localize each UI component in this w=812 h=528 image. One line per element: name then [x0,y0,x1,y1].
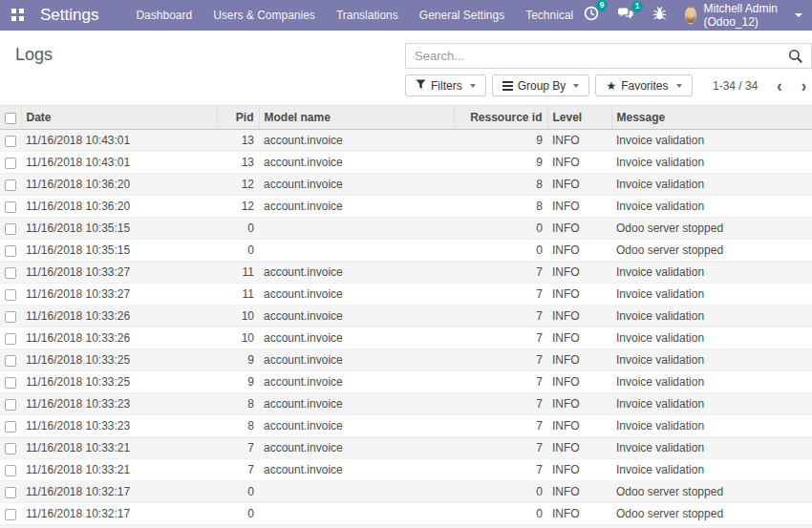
cell-model-name: account.invoice [259,196,454,218]
column-header-message[interactable]: Message [611,106,812,130]
row-checkbox[interactable] [5,333,16,345]
table-row[interactable]: 11/16/2018 10:33:217account.invoice7INFO… [0,459,812,481]
filters-button[interactable]: Filters [405,74,486,96]
column-header-ressource-id[interactable]: Ressource id [454,106,547,130]
table-row[interactable]: 11/16/2018 10:33:238account.invoice7INFO… [0,415,812,437]
column-header-pid[interactable]: Pid [217,106,259,130]
column-header-date[interactable]: Date [21,106,217,130]
table-row[interactable]: 11/16/2018 10:35:1500INFOOdoo server sto… [0,240,812,262]
menu-item-technical[interactable]: Technical [515,0,584,31]
cell-level: INFO [547,525,611,528]
cell-model-name: account.invoice [259,371,454,393]
cell-date: 11/16/2018 10:33:23 [21,415,217,437]
cell-date: 11/16/2018 10:33:23 [21,393,217,415]
cell-level: INFO [547,218,611,240]
menu-item-users-companies[interactable]: Users & Companies [203,0,326,31]
select-all-checkbox[interactable] [5,113,16,124]
table-row[interactable]: 11/16/2018 10:33:2711account.invoice7INF… [0,284,812,306]
table-row[interactable]: 11/16/2018 10:43:0113account.invoice9INF… [0,130,812,152]
table-row[interactable]: 11/16/2018 10:33:2711account.invoice7INF… [0,262,812,284]
cell-message: Invoice validation [611,371,812,393]
table-row[interactable]: 11/16/2018 10:43:0113account.invoice9INF… [0,152,812,174]
app-title[interactable]: Settings [40,6,98,25]
table-row[interactable]: 11/16/2018 10:33:217account.invoice7INFO… [0,437,812,459]
row-checkbox[interactable] [5,245,16,257]
cell-message: Invoice validation [611,525,812,528]
cell-level: INFO [547,415,611,437]
cell-date: 11/16/2018 10:43:01 [21,130,217,152]
row-checkbox[interactable] [5,509,16,520]
main-menu: Dashboard Users & Companies Translations… [125,0,584,31]
cell-pid: 0 [217,481,259,503]
table-row[interactable]: 11/16/2018 10:36:2012account.invoice8INF… [0,196,812,218]
cell-pid: 8 [217,393,259,415]
table-row[interactable]: 11/16/2018 10:32:1700INFOOdoo server sto… [0,481,812,503]
cell-level: INFO [547,174,611,196]
table-row[interactable]: 11/16/2018 10:33:238account.invoice7INFO… [0,393,812,415]
row-checkbox[interactable] [5,311,16,323]
cell-model-name: account.invoice [259,327,454,349]
messages-menu-button[interactable]: 1 [617,7,634,25]
cell-pid: 0 [217,218,259,240]
systray: 9 1 Mitchell Admin (Odoo_12) [584,2,812,29]
search-input[interactable] [406,44,811,68]
cell-pid: 0 [217,240,259,262]
row-checkbox[interactable] [5,223,16,235]
row-checkbox-cell [0,174,21,196]
row-checkbox[interactable] [5,443,16,454]
cell-ressource-id: 7 [454,393,547,415]
row-checkbox[interactable] [5,421,16,433]
filters-label: Filters [431,79,462,93]
table-row[interactable]: 11/16/2018 10:32:1700INFOOdoo server sto… [0,503,812,525]
cell-level: INFO [547,371,611,393]
table-row[interactable]: 11/16/2018 10:33:2610account.invoice7INF… [0,306,812,327]
cell-date: 11/16/2018 10:32:17 [21,481,217,503]
table-row[interactable]: 11/16/2018 10:36:2012account.invoice8INF… [0,174,812,196]
table-row[interactable]: 11/16/2018 10:35:1500INFOOdoo server sto… [0,218,812,240]
pager-previous-button[interactable]: ‹ [777,76,781,94]
menu-item-dashboard[interactable]: Dashboard [125,0,203,31]
cell-level: INFO [547,284,611,306]
row-checkbox[interactable] [5,487,16,498]
menu-item-general-settings[interactable]: General Settings [409,0,515,31]
cell-message: Odoo server stopped [611,240,812,262]
favorites-button[interactable]: ★ Favorites [595,74,692,96]
select-all-cell [0,106,21,130]
debug-menu-button[interactable] [652,6,667,25]
cell-date: 11/16/2018 10:33:21 [21,437,217,459]
row-checkbox[interactable] [5,180,16,191]
column-header-level[interactable]: Level [547,106,611,130]
apps-menu-icon[interactable] [11,9,24,22]
column-header-model-name[interactable]: Model name [259,106,454,130]
activity-menu-button[interactable]: 9 [584,6,599,25]
user-menu[interactable]: Mitchell Admin (Odoo_12) [685,2,802,29]
row-checkbox-cell [0,284,21,306]
cell-message: Invoice validation [611,393,812,415]
row-checkbox[interactable] [5,136,16,147]
table-row[interactable]: 11/16/2018 10:29:176account.invoice6INFO… [0,525,812,528]
row-checkbox[interactable] [5,377,16,389]
table-header-row: Date Pid Model name Ressource id Level M… [0,106,812,130]
menu-item-translations[interactable]: Translations [326,0,409,31]
table-row[interactable]: 11/16/2018 10:33:259account.invoice7INFO… [0,371,812,393]
search-box [405,43,812,69]
row-checkbox[interactable] [5,158,16,169]
cell-message: Invoice validation [611,415,812,437]
row-checkbox[interactable] [5,267,16,279]
row-checkbox[interactable] [5,289,16,301]
pager: 1-34 / 34 ‹ › [713,78,812,94]
pager-next-button[interactable]: › [801,76,806,94]
cell-ressource-id: 9 [454,152,547,174]
row-checkbox[interactable] [5,201,16,213]
table-row[interactable]: 11/16/2018 10:33:2610account.invoice7INF… [0,327,812,349]
cell-message: Invoice validation [611,196,812,218]
row-checkbox[interactable] [5,399,16,411]
cell-date: 11/16/2018 10:33:21 [21,459,217,481]
search-icon[interactable] [788,49,803,68]
row-checkbox[interactable] [5,465,16,476]
row-checkbox[interactable] [5,355,16,367]
cell-level: INFO [547,349,611,371]
table-row[interactable]: 11/16/2018 10:33:259account.invoice7INFO… [0,349,812,371]
group-by-button[interactable]: Group By [492,74,590,96]
cell-level: INFO [547,196,611,218]
